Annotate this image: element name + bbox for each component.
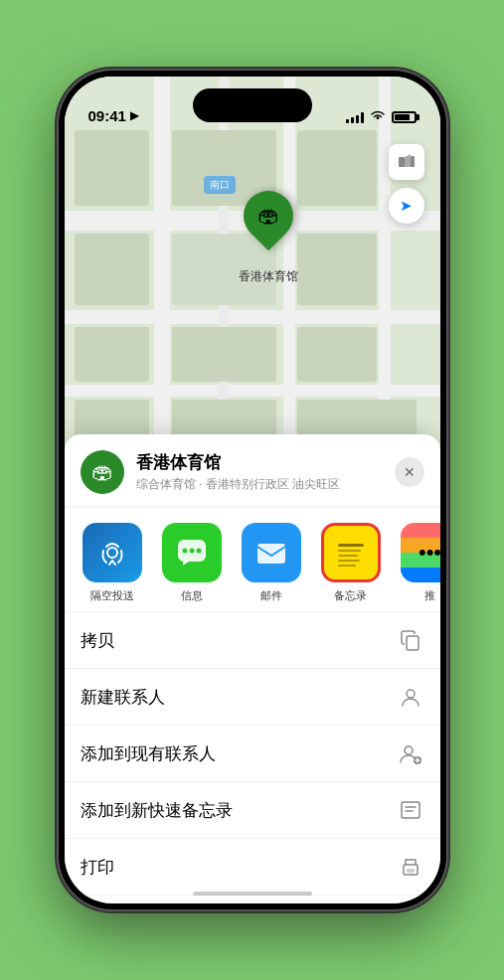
svg-point-6 bbox=[189, 549, 194, 554]
notes-icon bbox=[321, 523, 381, 582]
new-contact-icon bbox=[397, 683, 424, 711]
new-contact-label: 新建联系人 bbox=[81, 686, 397, 709]
location-button[interactable]: ➤ bbox=[389, 188, 424, 224]
airdrop-label: 隔空投送 bbox=[90, 588, 134, 603]
battery-icon bbox=[392, 111, 417, 123]
entrance-label: 南口 bbox=[204, 176, 236, 194]
quick-note-label: 添加到新快速备忘录 bbox=[81, 799, 397, 822]
share-row: 隔空投送 信息 bbox=[65, 507, 440, 611]
menu-item-new-contact[interactable]: 新建联系人 bbox=[65, 668, 440, 725]
mail-label: 邮件 bbox=[260, 588, 282, 603]
home-indicator bbox=[193, 892, 312, 896]
print-icon bbox=[397, 853, 424, 881]
copy-icon bbox=[397, 626, 424, 654]
add-contact-label: 添加到现有联系人 bbox=[81, 742, 397, 765]
mail-icon bbox=[242, 523, 301, 582]
status-icons bbox=[346, 109, 417, 124]
message-label: 信息 bbox=[181, 588, 203, 603]
notes-label: 备忘录 bbox=[334, 588, 367, 603]
location-subtitle: 综合体育馆 · 香港特别行政区 油尖旺区 bbox=[136, 476, 395, 493]
location-name: 香港体育馆 bbox=[136, 451, 395, 474]
location-icon: 🏟 bbox=[81, 450, 124, 494]
svg-rect-2 bbox=[411, 156, 415, 167]
svg-rect-0 bbox=[399, 157, 405, 167]
menu-item-quick-note[interactable]: 添加到新快速备忘录 bbox=[65, 781, 440, 838]
svg-point-10 bbox=[407, 690, 415, 698]
share-item-mail[interactable]: 邮件 bbox=[240, 523, 303, 603]
svg-point-7 bbox=[196, 549, 201, 554]
phone-screen: 南口 ➤ 🏟 香港体育馆 bbox=[65, 77, 440, 903]
share-item-message[interactable]: 信息 bbox=[160, 523, 224, 603]
wifi-icon bbox=[370, 109, 386, 124]
share-item-notes[interactable]: 备忘录 bbox=[319, 523, 383, 603]
message-icon bbox=[162, 523, 222, 582]
svg-point-3 bbox=[107, 548, 117, 558]
copy-label: 拷贝 bbox=[81, 629, 397, 652]
bottom-sheet: 🏟 香港体育馆 综合体育馆 · 香港特别行政区 油尖旺区 ✕ bbox=[65, 434, 440, 903]
airdrop-icon bbox=[83, 523, 142, 582]
menu-item-copy[interactable]: 拷贝 bbox=[65, 611, 440, 668]
svg-point-11 bbox=[405, 746, 413, 754]
close-button[interactable]: ✕ bbox=[395, 457, 424, 487]
signal-bars bbox=[346, 111, 364, 123]
location-info: 香港体育馆 综合体育馆 · 香港特别行政区 油尖旺区 bbox=[136, 451, 395, 493]
print-label: 打印 bbox=[81, 856, 397, 879]
map-pin-container: 🏟 香港体育馆 bbox=[239, 191, 298, 285]
menu-item-add-contact[interactable]: 添加到现有联系人 bbox=[65, 725, 440, 781]
map-type-button[interactable] bbox=[389, 144, 424, 180]
status-time: 09:41 ▶ bbox=[88, 107, 138, 124]
more-icon: ••• bbox=[401, 523, 440, 582]
svg-rect-13 bbox=[402, 802, 420, 818]
svg-point-5 bbox=[182, 549, 187, 554]
dynamic-island bbox=[193, 88, 312, 122]
pin-label: 香港体育馆 bbox=[239, 268, 298, 285]
svg-rect-8 bbox=[257, 544, 285, 564]
svg-marker-1 bbox=[405, 154, 411, 167]
svg-rect-15 bbox=[407, 869, 415, 873]
add-contact-icon bbox=[397, 739, 424, 767]
share-item-airdrop[interactable]: 隔空投送 bbox=[81, 523, 144, 603]
location-header: 🏟 香港体育馆 综合体育馆 · 香港特别行政区 油尖旺区 ✕ bbox=[65, 434, 440, 507]
map-area[interactable]: 南口 ➤ 🏟 香港体育馆 bbox=[65, 77, 440, 494]
location-icon-emoji: 🏟 bbox=[91, 459, 113, 485]
share-item-more[interactable]: ••• 推 bbox=[399, 523, 440, 603]
menu-item-print[interactable]: 打印 bbox=[65, 838, 440, 896]
more-label: 推 bbox=[424, 588, 435, 603]
phone-frame: 南口 ➤ 🏟 香港体育馆 bbox=[59, 71, 446, 909]
quick-note-icon bbox=[397, 796, 424, 824]
svg-rect-9 bbox=[407, 636, 419, 650]
